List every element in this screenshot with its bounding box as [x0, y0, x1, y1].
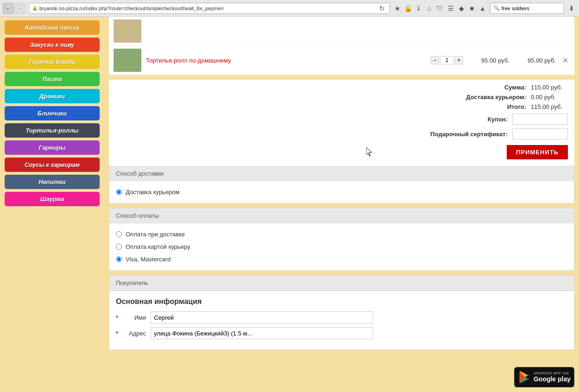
delivery-option-courier[interactable]: Доставка курьером: [116, 186, 567, 198]
total-value: 115.00 руб.: [531, 103, 568, 110]
qty-decrease-button[interactable]: −: [431, 56, 439, 64]
address-required-star: *: [116, 330, 118, 337]
search-bar[interactable]: 🔍 free soldiers: [490, 3, 564, 14]
customer-section-title: Покупатель: [116, 279, 148, 286]
gift-row: Подарочный сертификат:: [115, 126, 568, 141]
item-name-link[interactable]: Тортилья-ролл по-домашнему: [146, 57, 426, 64]
payment-cash-label: Оплата при доставке: [126, 231, 185, 238]
payment-visa-label: Visa, Mastercard: [126, 256, 171, 263]
item-thumbnail: [114, 19, 141, 43]
coupon-row: Купон:: [115, 112, 568, 126]
search-icon: 🔍: [493, 5, 500, 11]
name-required-star: *: [116, 314, 118, 321]
payment-option-visa[interactable]: Visa, Mastercard: [116, 253, 567, 266]
customer-section: Покупатель Основная информация * Имя * А…: [109, 275, 574, 350]
payment-card-courier-label: Оплата картой курьеру: [126, 243, 190, 250]
sidebar-item-draniki[interactable]: Драники: [5, 89, 100, 103]
star-icon[interactable]: ★: [393, 4, 402, 13]
sidebar-item-drinks[interactable]: Напитки: [5, 175, 100, 189]
forward-button[interactable]: →: [15, 3, 26, 14]
customer-section-header: Покупатель: [109, 275, 574, 291]
customer-subsection-title: Основная информация: [116, 297, 567, 306]
ext2-icon[interactable]: ■: [467, 4, 477, 13]
google-play-badge[interactable]: ANDROID APP ON Google play: [514, 367, 574, 387]
total-label: Итого:: [507, 103, 526, 110]
name-label: Имя: [123, 314, 146, 321]
back-button[interactable]: ←: [3, 3, 14, 14]
download-icon[interactable]: ⇓: [414, 4, 423, 13]
item-total-price: 95.00 руб.: [514, 57, 556, 64]
lock-toolbar-icon[interactable]: 🔒: [403, 4, 413, 13]
payment-section-header: Способ оплаты: [109, 208, 574, 223]
subtotal-value: 115.00 руб.: [531, 84, 568, 91]
payment-radio-cash[interactable]: [116, 231, 122, 237]
delivery-label: Доставка курьером:: [466, 94, 526, 101]
delivery-section-title: Способ доставки: [116, 170, 164, 177]
menu-icon[interactable]: ☰: [446, 4, 455, 13]
google-play-top-text: ANDROID APP ON: [534, 371, 571, 375]
home-icon[interactable]: ⌂: [425, 4, 434, 13]
shield-icon[interactable]: 🛡: [435, 4, 445, 13]
payment-section: Способ оплаты Оплата при доставке Оплата…: [109, 208, 574, 271]
apply-button[interactable]: ПРИМЕНИТЬ: [507, 145, 568, 159]
item-thumbnail-2: [114, 49, 141, 72]
qty-input[interactable]: [440, 56, 454, 64]
sidebar-item-hot-dishes[interactable]: Горячие блюда: [5, 55, 100, 69]
gift-input[interactable]: [512, 128, 568, 139]
sidebar-item-sauces[interactable]: Соусы к гарнирам: [5, 158, 100, 172]
lock-icon: 🔒: [32, 6, 38, 11]
address-input[interactable]: [151, 327, 373, 339]
payment-radio-card-courier[interactable]: [116, 244, 122, 250]
order-summary: Сумма: 115.00 руб. Доставка курьером: 0.…: [109, 80, 574, 166]
main-layout: Китайская лапша Закуски к пиву Горячие б…: [0, 17, 579, 392]
delivery-value: 0.00 руб.: [531, 94, 568, 101]
coupon-label: Купон:: [488, 116, 508, 123]
payment-section-body: Оплата при доставке Оплата картой курьер…: [109, 223, 574, 271]
search-text: free soldiers: [502, 6, 529, 11]
sidebar-item-tortilla-rolls[interactable]: Тортилья-роллы: [5, 123, 100, 138]
payment-option-card-courier[interactable]: Оплата картой курьеру: [116, 240, 567, 253]
address-bar[interactable]: 🔒 bryansk.rio-pizza.ru/index.php?route=c…: [29, 3, 390, 14]
delivery-radio-courier[interactable]: [116, 189, 122, 195]
sidebar-item-chinese-noodle[interactable]: Китайская лапша: [5, 20, 100, 35]
sidebar-item-blini[interactable]: Блинчики: [5, 106, 100, 120]
coupon-input[interactable]: [512, 114, 568, 125]
remove-item-button[interactable]: ✕: [560, 56, 570, 65]
sidebar-item-beer-snacks[interactable]: Закуски к пиву: [5, 38, 100, 52]
address-form-row: * Адрес: [116, 327, 567, 339]
ext1-icon[interactable]: ◆: [457, 4, 466, 13]
content-area: Тортилья-ролл по-домашнему − + 95.00 руб…: [104, 17, 579, 392]
sidebar-item-shawarma[interactable]: Шаурма: [5, 192, 100, 206]
subtotal-label: Сумма:: [504, 84, 526, 91]
delivery-section-body: Доставка курьером: [109, 181, 574, 203]
gift-label: Подарочный сертификат:: [430, 131, 508, 138]
ext3-icon[interactable]: ▲: [478, 4, 487, 13]
qty-increase-button[interactable]: +: [455, 56, 463, 64]
toolbar-download-icon[interactable]: ⬇: [567, 4, 576, 13]
reload-button[interactable]: ↻: [377, 4, 387, 13]
google-play-icon: [518, 371, 531, 384]
name-input[interactable]: [151, 311, 373, 323]
sidebar: Китайская лапша Закуски к пиву Горячие б…: [0, 17, 104, 392]
google-play-bottom-text: Google play: [534, 375, 571, 383]
customer-section-body: Основная информация * Имя * Адрес: [109, 291, 574, 350]
table-row: [109, 17, 574, 46]
sidebar-item-pasta[interactable]: Паста: [5, 72, 100, 86]
table-row: Тортилья-ролл по-домашнему − + 95.00 руб…: [109, 46, 574, 75]
payment-option-cash[interactable]: Оплата при доставке: [116, 228, 567, 240]
delivery-section: Способ доставки Доставка курьером: [109, 166, 574, 203]
payment-section-title: Способ оплаты: [116, 212, 159, 219]
url-text: bryansk.rio-pizza.ru/index.php?route=che…: [39, 6, 375, 11]
delivery-courier-label: Доставка курьером: [126, 189, 179, 196]
payment-radio-visa[interactable]: [116, 256, 122, 262]
name-form-row: * Имя: [116, 311, 567, 323]
google-play-text: ANDROID APP ON Google play: [534, 371, 571, 383]
browser-chrome: ← → 🔒 bryansk.rio-pizza.ru/index.php?rou…: [0, 0, 579, 17]
qty-control: − +: [431, 56, 463, 64]
sidebar-item-garnish[interactable]: Гарниры: [5, 140, 100, 155]
delivery-section-header: Способ доставки: [109, 166, 574, 181]
cart-section: Тортилья-ролл по-домашнему − + 95.00 руб…: [109, 17, 574, 75]
item-unit-price: 95.00 руб.: [468, 57, 509, 64]
address-label: Адрес: [123, 330, 146, 337]
